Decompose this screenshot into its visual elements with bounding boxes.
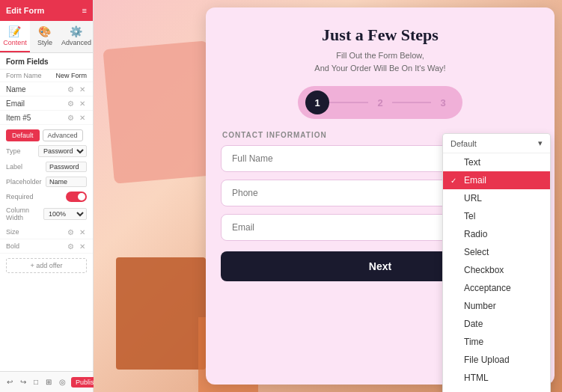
dropdown-item-html[interactable]: HTML <box>443 369 550 387</box>
tab-content-label: Content <box>3 39 27 46</box>
dropdown-header[interactable]: Default ▾ <box>443 134 550 153</box>
step-indicators: 1 2 3 <box>298 86 462 119</box>
field-email: Email ⚙ ✕ <box>0 97 93 111</box>
prop-required: Required <box>0 189 93 204</box>
content-icon: 📝 <box>8 25 21 37</box>
subtitle-line2: And Your Order Will Be On It's Way! <box>314 64 445 73</box>
panel-header: Edit Form ≡ <box>0 0 93 21</box>
dropdown-item-date[interactable]: Date <box>443 315 550 333</box>
form-name-label: Form Name <box>6 72 42 79</box>
check-email-icon: ✓ <box>450 177 459 185</box>
dropdown-item-radio[interactable]: Radio <box>443 225 550 243</box>
type-label: Type <box>6 147 21 155</box>
dropdown-file-upload-label: File Upload <box>464 355 510 365</box>
bold-label: Bold <box>6 242 19 250</box>
field-name-label: Name <box>6 85 26 94</box>
bg-shape-1 <box>103 40 219 184</box>
dropdown-chevron-icon: ▾ <box>538 138 543 148</box>
tab-style[interactable]: 🎨 Style <box>30 21 60 52</box>
preview-button[interactable]: □ <box>31 376 40 388</box>
field-form-name: Form Name New Form <box>0 70 93 82</box>
label-input[interactable] <box>46 162 87 172</box>
dropdown-tel-label: Tel <box>464 211 475 221</box>
undo-button[interactable]: ↩ <box>4 376 15 388</box>
prop-type: Type Password <box>0 143 93 159</box>
field-email-icons: ⚙ ✕ <box>66 99 87 108</box>
field-name-close-icon[interactable]: ✕ <box>78 85 87 94</box>
main-preview: Just a Few Steps Fill Out the Form Below… <box>94 0 562 392</box>
form-title: Just a Few Steps <box>322 25 439 45</box>
dropdown-date-label: Date <box>464 319 483 329</box>
field-email-label: Email <box>6 99 25 108</box>
tab-content[interactable]: 📝 Content <box>0 21 30 52</box>
column-width-select[interactable]: 100% <box>43 208 87 220</box>
field-email-settings-icon[interactable]: ⚙ <box>66 99 75 108</box>
dropdown-time-label: Time <box>464 337 483 347</box>
size-settings-icon[interactable]: ⚙ <box>66 227 75 236</box>
dropdown-item-number[interactable]: Number <box>443 297 550 315</box>
form-name-value: New Form <box>55 72 87 79</box>
tab-advanced[interactable]: ⚙️ Advanced <box>60 21 93 52</box>
dropdown-item-tel[interactable]: Tel <box>443 207 550 225</box>
dropdown-header-label: Default <box>450 139 477 148</box>
prop-placeholder: Placeholder <box>0 174 93 189</box>
step-3[interactable]: 3 <box>431 91 455 114</box>
tab-style-label: Style <box>37 39 52 46</box>
dropdown-url-label: URL <box>464 193 482 203</box>
advanced-icon: ⚙️ <box>70 25 82 37</box>
dropdown-email-label: Email <box>464 175 486 186</box>
column-width-label: Column Width <box>6 206 43 221</box>
dropdown-item-time[interactable]: Time <box>443 333 550 351</box>
bold-icons: ⚙ ✕ <box>66 242 87 251</box>
placeholder-input[interactable] <box>46 177 87 187</box>
dropdown-item-select[interactable]: Select <box>443 243 550 261</box>
field-email-close-icon[interactable]: ✕ <box>78 99 87 108</box>
dropdown-acceptance-label: Acceptance <box>464 283 511 293</box>
step-line-1 <box>329 102 368 103</box>
dropdown-item-email[interactable]: ✓ Email <box>443 171 550 189</box>
dropdown-item-recaptcha[interactable]: reCAPTCHA <box>443 387 550 392</box>
dropdown-radio-label: Radio <box>464 229 487 239</box>
size-label: Size <box>6 228 19 236</box>
section-label: CONTACT INFORMATION <box>221 131 327 139</box>
add-offer-button[interactable]: + add offer <box>6 258 87 273</box>
required-toggle[interactable] <box>66 192 87 202</box>
grid-button[interactable]: ⊞ <box>43 376 54 388</box>
advanced-button[interactable]: Advanced <box>43 129 83 141</box>
field-item5-settings-icon[interactable]: ⚙ <box>66 113 75 122</box>
step-1[interactable]: 1 <box>305 91 329 114</box>
circle-button[interactable]: ◎ <box>57 376 68 388</box>
panel-menu-icon[interactable]: ≡ <box>82 6 87 15</box>
field-item5-label: Item #5 <box>6 114 31 122</box>
prop-bold: Bold ⚙ ✕ <box>0 239 93 254</box>
dropdown-text-label: Text <box>464 157 480 168</box>
bottom-toolbar: ↩ ↪ □ ⊞ ◎ Publish ▾ <box>0 371 93 392</box>
field-item5-icons: ⚙ ✕ <box>66 113 87 122</box>
tab-advanced-label: Advanced <box>61 39 91 46</box>
step-2[interactable]: 2 <box>368 91 392 114</box>
preview-background: Just a Few Steps Fill Out the Form Below… <box>94 0 562 392</box>
redo-button[interactable]: ↪ <box>18 376 28 388</box>
size-icons: ⚙ ✕ <box>66 227 87 236</box>
field-item5-close-icon[interactable]: ✕ <box>78 113 87 122</box>
dropdown-select-label: Select <box>464 247 489 257</box>
dropdown-item-url[interactable]: URL <box>443 189 550 207</box>
label-label: Label <box>6 163 22 171</box>
bold-settings-icon[interactable]: ⚙ <box>66 242 75 251</box>
dropdown-item-acceptance[interactable]: Acceptance <box>443 279 550 297</box>
style-icon: 🎨 <box>38 25 51 37</box>
size-close-icon[interactable]: ✕ <box>78 227 87 236</box>
default-button[interactable]: Default <box>6 129 40 141</box>
form-fields-heading: Form Fields <box>0 53 93 70</box>
field-action-buttons: Default Advanced <box>0 128 93 143</box>
prop-label: Label <box>0 159 93 174</box>
left-panel: Edit Form ≡ 📝 Content 🎨 Style ⚙️ Advance… <box>0 0 94 392</box>
required-label: Required <box>6 193 34 200</box>
type-select[interactable]: Password <box>38 145 87 157</box>
dropdown-item-text[interactable]: Text <box>443 153 550 171</box>
dropdown-item-checkbox[interactable]: Checkbox <box>443 261 550 279</box>
field-name-settings-icon[interactable]: ⚙ <box>66 85 75 94</box>
type-dropdown: Default ▾ Text ✓ Email URL Tel Radio <box>442 133 551 392</box>
bold-close-icon[interactable]: ✕ <box>78 242 87 251</box>
dropdown-item-file-upload[interactable]: File Upload <box>443 351 550 369</box>
